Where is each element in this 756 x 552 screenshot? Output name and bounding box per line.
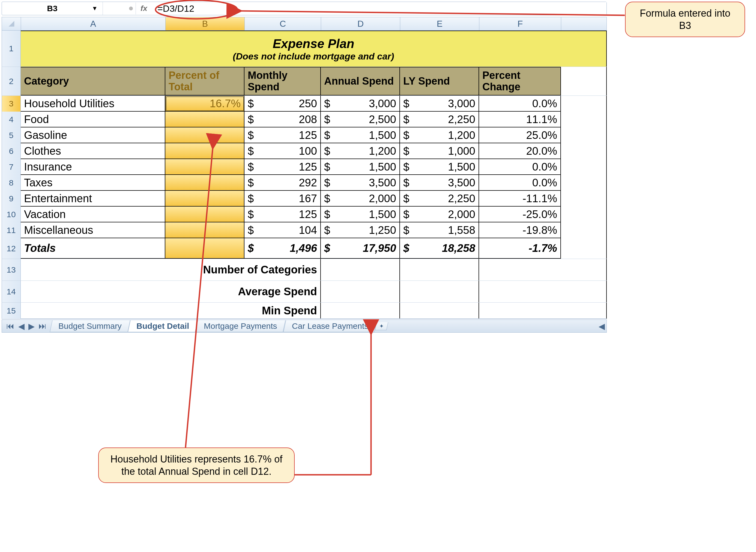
name-box-dropdown-icon[interactable]: ▼	[92, 5, 98, 12]
row-header-15[interactable]: 15	[2, 303, 21, 319]
cell-annual-spend[interactable]: $1,200	[321, 143, 400, 159]
cell-annual-spend[interactable]: $2,000	[321, 191, 400, 206]
sheet-tab[interactable]: Mortgage Payments	[195, 320, 286, 332]
scroll-left-icon[interactable]: ◀	[599, 321, 605, 331]
totals-ly[interactable]: $18,258	[400, 238, 479, 259]
cell-percent-of-total[interactable]	[165, 206, 245, 223]
column-header-A[interactable]: A	[21, 17, 166, 30]
r15-F[interactable]	[479, 303, 561, 318]
column-header-C[interactable]: C	[245, 17, 321, 30]
sheet-tab[interactable]: Car Lease Payments	[283, 320, 377, 332]
cell-annual-spend[interactable]: $1,500	[321, 127, 400, 143]
cell-ly-spend[interactable]: $2,250	[400, 112, 479, 127]
nav-first-icon[interactable]: ⏮	[6, 321, 14, 331]
cell-monthly-spend[interactable]: $104	[245, 223, 321, 238]
row-header-6[interactable]: 6	[2, 143, 21, 159]
row-header-5[interactable]: 5	[2, 127, 21, 143]
cell-annual-spend[interactable]: $1,500	[321, 159, 400, 175]
cell-monthly-spend[interactable]: $250	[245, 96, 321, 112]
cell-percent-of-total[interactable]: 16.7%	[165, 96, 245, 112]
sheet-tab[interactable]: Budget Summary	[50, 320, 130, 332]
cell-ly-spend[interactable]: $3,000	[400, 96, 479, 112]
cell-ly-spend[interactable]: $1,200	[400, 127, 479, 143]
min-spend-value[interactable]	[321, 303, 400, 318]
cell-ly-spend[interactable]: $3,500	[400, 175, 479, 191]
cell-monthly-spend[interactable]: $100	[245, 143, 321, 159]
row-header-9[interactable]: 9	[2, 191, 21, 206]
cell-annual-spend[interactable]: $1,500	[321, 206, 400, 223]
cell-percent-change[interactable]: -25.0%	[479, 206, 561, 223]
avg-spend-label[interactable]: Average Spend	[21, 281, 321, 302]
cell-monthly-spend[interactable]: $125	[245, 127, 321, 143]
cell-category[interactable]: Vacation	[21, 206, 165, 223]
totals-label[interactable]: Totals	[21, 238, 165, 259]
avg-spend-value[interactable]	[321, 281, 400, 302]
cell-percent-of-total[interactable]	[165, 223, 245, 238]
cell-monthly-spend[interactable]: $208	[245, 112, 321, 127]
cell-category[interactable]: Taxes	[21, 175, 165, 191]
cell-percent-of-total[interactable]	[165, 112, 245, 127]
r15-E[interactable]	[400, 303, 479, 318]
totals-annual[interactable]: $17,950	[321, 238, 400, 259]
column-header-F[interactable]: F	[479, 17, 561, 30]
cell-ly-spend[interactable]: $1,558	[400, 223, 479, 238]
nav-last-icon[interactable]: ⏭	[38, 321, 47, 331]
cell-monthly-spend[interactable]: $292	[245, 175, 321, 191]
cell-category[interactable]: Entertainment	[21, 191, 165, 206]
cell-category[interactable]: Gasoline	[21, 127, 165, 143]
select-all-cell[interactable]	[2, 17, 21, 30]
cell-percent-of-total[interactable]	[165, 143, 245, 159]
row-header-10[interactable]: 10	[2, 206, 21, 223]
formula-input[interactable]	[152, 2, 606, 15]
column-header-B[interactable]: B	[166, 17, 245, 30]
cell-annual-spend[interactable]: $3,000	[321, 96, 400, 112]
row-header-11[interactable]: 11	[2, 223, 21, 238]
nav-prev-icon[interactable]: ◀	[18, 321, 25, 331]
row-header-4[interactable]: 4	[2, 112, 21, 127]
row-header-12[interactable]: 12	[2, 238, 21, 259]
column-header-E[interactable]: E	[400, 17, 479, 30]
r13-E[interactable]	[400, 259, 479, 280]
cell-category[interactable]: Clothes	[21, 143, 165, 159]
cell-ly-spend[interactable]: $1,500	[400, 159, 479, 175]
cell-percent-change[interactable]: 0.0%	[479, 159, 561, 175]
row-header-7[interactable]: 7	[2, 159, 21, 175]
totals-change[interactable]: -1.7%	[479, 238, 561, 259]
cell-ly-spend[interactable]: $2,250	[400, 191, 479, 206]
cell-percent-change[interactable]: -19.8%	[479, 223, 561, 238]
cell-category[interactable]: Miscellaneous	[21, 223, 165, 238]
cell-annual-spend[interactable]: $1,250	[321, 223, 400, 238]
row-header-8[interactable]: 8	[2, 175, 21, 191]
insert-sheet-tab[interactable]: ✦	[375, 322, 388, 330]
header-percent-change[interactable]: Percent Change	[479, 67, 561, 96]
cell-percent-change[interactable]: 0.0%	[479, 175, 561, 191]
header-annual-spend[interactable]: Annual Spend	[321, 67, 400, 96]
cell-percent-change[interactable]: -11.1%	[479, 191, 561, 206]
num-categories-label[interactable]: Number of Categories	[21, 259, 321, 280]
r14-E[interactable]	[400, 281, 479, 302]
cell-percent-of-total[interactable]	[165, 175, 245, 191]
name-box[interactable]: B3 ▼	[2, 2, 103, 15]
row-header-1[interactable]: 1	[2, 30, 21, 66]
row-header-13[interactable]: 13	[2, 259, 21, 280]
cell-category[interactable]: Household Utilities	[21, 96, 165, 112]
cell-ly-spend[interactable]: $2,000	[400, 206, 479, 223]
num-categories-value[interactable]	[321, 259, 400, 280]
header-ly-spend[interactable]: LY Spend	[400, 67, 479, 96]
cell-percent-of-total[interactable]	[165, 159, 245, 175]
totals-pct[interactable]	[165, 238, 245, 259]
column-header-D[interactable]: D	[321, 17, 400, 30]
cell-percent-change[interactable]: 11.1%	[479, 112, 561, 127]
cell-monthly-spend[interactable]: $125	[245, 206, 321, 223]
min-spend-label[interactable]: Min Spend	[21, 303, 321, 318]
header-percent-of-total[interactable]: Percent of Total	[165, 67, 245, 96]
row-header-2[interactable]: 2	[2, 67, 21, 96]
cell-percent-change[interactable]: 0.0%	[479, 96, 561, 112]
cell-percent-of-total[interactable]	[165, 127, 245, 143]
cell-monthly-spend[interactable]: $125	[245, 159, 321, 175]
cell-ly-spend[interactable]: $1,000	[400, 143, 479, 159]
r13-F[interactable]	[479, 259, 561, 280]
cell-annual-spend[interactable]: $3,500	[321, 175, 400, 191]
cell-monthly-spend[interactable]: $167	[245, 191, 321, 206]
sheet-tab[interactable]: Budget Detail	[128, 320, 197, 332]
